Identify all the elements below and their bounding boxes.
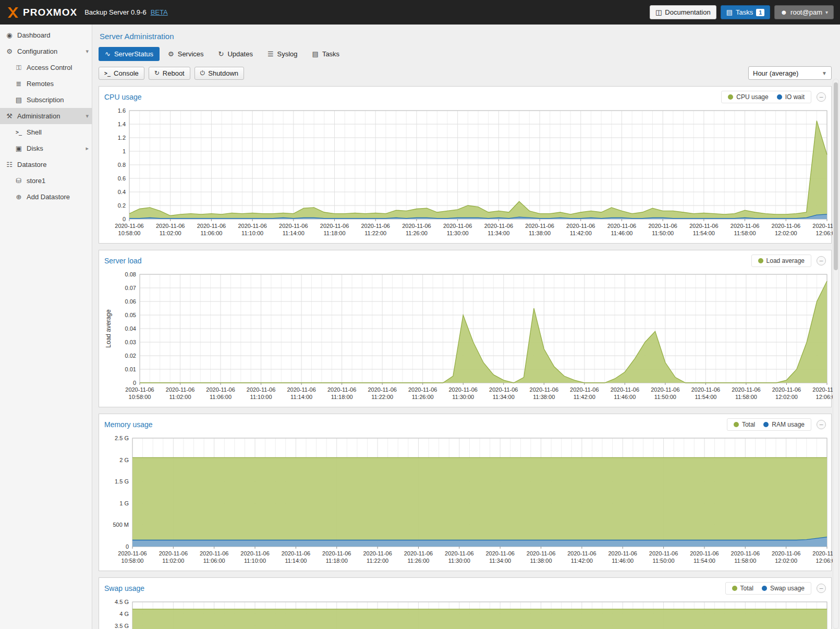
sidebar-item-datastore[interactable]: ☷Datastore bbox=[0, 156, 92, 173]
sidebar-item-add-datastore[interactable]: ⊕Add Datastore bbox=[0, 189, 92, 205]
sidebar-item-label: store1 bbox=[27, 177, 45, 185]
svg-text:11:02:00: 11:02:00 bbox=[160, 230, 181, 236]
collapse-panel-button[interactable]: – bbox=[817, 420, 826, 429]
memory-usage-plot: 0500 M1 G1.5 G2 G2.5 G2020-11-0610:58:00… bbox=[102, 434, 834, 567]
svg-text:11:18:00: 11:18:00 bbox=[326, 558, 348, 564]
svg-text:2020-11-06: 2020-11-06 bbox=[690, 550, 719, 557]
svg-text:11:22:00: 11:22:00 bbox=[371, 394, 393, 400]
chevron-down-icon[interactable]: ▾ bbox=[86, 113, 89, 119]
sidebar-item-disks[interactable]: ▣Disks▸ bbox=[0, 140, 92, 156]
database-icon: ⛁ bbox=[15, 177, 23, 185]
svg-text:0.08: 0.08 bbox=[125, 271, 136, 277]
svg-text:12:06:00: 12:06:00 bbox=[816, 558, 834, 564]
chevron-down-icon: ▾ bbox=[825, 9, 828, 15]
tab-updates[interactable]: ↻Updates bbox=[212, 47, 259, 61]
svg-text:1 G: 1 G bbox=[119, 500, 129, 506]
svg-text:2.5 G: 2.5 G bbox=[115, 435, 129, 441]
scrollbar-thumb[interactable] bbox=[834, 82, 838, 270]
time-range-select[interactable]: Hour (average) ▼ bbox=[748, 66, 832, 80]
svg-text:2020-11-06: 2020-11-06 bbox=[608, 550, 637, 557]
tab-label: Services bbox=[178, 50, 204, 58]
svg-text:11:46:00: 11:46:00 bbox=[612, 558, 634, 564]
sidebar-item-access-control[interactable]: ⚿Access Control bbox=[0, 59, 92, 76]
shutdown-button[interactable]: ⏻Shutdown bbox=[194, 67, 244, 80]
sidebar-item-shell[interactable]: >_Shell bbox=[0, 124, 92, 140]
svg-text:10:58:00: 10:58:00 bbox=[129, 394, 151, 400]
svg-text:2020-11-06: 2020-11-06 bbox=[570, 386, 599, 393]
tasks-button[interactable]: ▤ Tasks 1 bbox=[721, 5, 771, 19]
tab-bar: ∿ServerStatus⚙Services↻Updates☰Syslog▤Ta… bbox=[99, 47, 832, 61]
server-load-plot: 00.010.020.030.040.050.060.070.082020-11… bbox=[102, 270, 834, 404]
svg-text:2020-11-06: 2020-11-06 bbox=[607, 223, 636, 229]
tab-syslog[interactable]: ☰Syslog bbox=[261, 47, 304, 61]
key-icon: ⚿ bbox=[15, 64, 23, 72]
user-menu-button[interactable]: ☻ root@pam ▾ bbox=[774, 5, 834, 19]
console-button[interactable]: >_Console bbox=[99, 67, 144, 80]
legend-dot bbox=[734, 422, 739, 427]
svg-text:Load average: Load average bbox=[105, 309, 112, 348]
sidebar-item-remotes[interactable]: ≣Remotes bbox=[0, 76, 92, 92]
legend-label: Swap usage bbox=[770, 585, 805, 592]
svg-text:4.5 G: 4.5 G bbox=[115, 599, 129, 605]
sidebar-item-label: Dashboard bbox=[17, 31, 51, 39]
svg-text:11:46:00: 11:46:00 bbox=[614, 394, 636, 400]
svg-text:2020-11-06: 2020-11-06 bbox=[327, 386, 356, 393]
chevron-right-icon[interactable]: ▸ bbox=[86, 145, 89, 152]
svg-text:2020-11-06: 2020-11-06 bbox=[489, 386, 518, 393]
tasks-list-icon: ▤ bbox=[726, 8, 733, 16]
cpu-usage-chart: 00.20.40.60.811.21.41.62020-11-0610:58:0… bbox=[99, 106, 831, 243]
list-icon: ☰ bbox=[267, 50, 274, 58]
svg-text:2020-11-06: 2020-11-06 bbox=[240, 550, 269, 557]
sidebar-item-administration[interactable]: ⚒Administration▾ bbox=[0, 108, 92, 124]
documentation-button[interactable]: ◫ Documentation bbox=[650, 5, 716, 19]
tab-serverstatus[interactable]: ∿ServerStatus bbox=[99, 47, 160, 61]
svg-text:11:50:00: 11:50:00 bbox=[654, 394, 676, 400]
svg-text:11:18:00: 11:18:00 bbox=[324, 230, 346, 236]
legend-item: CPU usage bbox=[728, 93, 768, 101]
collapse-panel-button[interactable]: – bbox=[817, 256, 826, 265]
svg-text:11:10:00: 11:10:00 bbox=[244, 558, 266, 564]
svg-text:11:22:00: 11:22:00 bbox=[367, 558, 388, 564]
svg-text:0.03: 0.03 bbox=[125, 339, 136, 345]
svg-text:2020-11-06: 2020-11-06 bbox=[322, 550, 351, 557]
chevron-down-icon[interactable]: ▾ bbox=[86, 48, 89, 55]
svg-text:10:58:00: 10:58:00 bbox=[118, 230, 141, 236]
sidebar-item-label: Datastore bbox=[17, 161, 46, 168]
svg-text:1.4: 1.4 bbox=[118, 121, 126, 127]
sidebar-item-store1[interactable]: ⛁store1 bbox=[0, 173, 92, 189]
svg-text:11:42:00: 11:42:00 bbox=[570, 230, 592, 236]
svg-text:2020-11-06: 2020-11-06 bbox=[200, 550, 228, 557]
svg-text:11:46:00: 11:46:00 bbox=[611, 230, 632, 236]
svg-text:4 G: 4 G bbox=[119, 611, 129, 617]
tab-services[interactable]: ⚙Services bbox=[162, 47, 210, 61]
reboot-button[interactable]: ↻Reboot bbox=[149, 67, 190, 80]
panel-title: Server load bbox=[104, 257, 142, 265]
svg-text:1.6: 1.6 bbox=[118, 107, 126, 114]
svg-text:11:10:00: 11:10:00 bbox=[241, 230, 263, 236]
collapse-panel-button[interactable]: – bbox=[817, 584, 826, 593]
disk-icon: ▣ bbox=[15, 144, 23, 152]
content-scrollbar[interactable] bbox=[833, 79, 839, 629]
sidebar-item-subscription[interactable]: ▤Subscription bbox=[0, 92, 92, 108]
legend-dot bbox=[763, 422, 769, 427]
sidebar-item-dashboard[interactable]: ◉Dashboard bbox=[0, 27, 92, 43]
server-load-chart: 00.010.020.030.040.050.060.070.082020-11… bbox=[99, 270, 831, 407]
legend-item: Swap usage bbox=[762, 585, 805, 592]
svg-text:11:22:00: 11:22:00 bbox=[364, 230, 386, 236]
legend-label: RAM usage bbox=[772, 421, 805, 428]
beta-link[interactable]: BETA bbox=[151, 8, 168, 16]
subscription-icon: ▤ bbox=[15, 96, 23, 104]
svg-text:2020-11-06: 2020-11-06 bbox=[812, 550, 834, 557]
svg-text:11:38:00: 11:38:00 bbox=[533, 394, 555, 400]
svg-text:2020-11-06: 2020-11-06 bbox=[812, 223, 834, 229]
svg-text:2020-11-06: 2020-11-06 bbox=[649, 550, 678, 557]
legend-item: Total bbox=[734, 421, 755, 428]
collapse-panel-button[interactable]: – bbox=[817, 92, 826, 102]
svg-text:2020-11-06: 2020-11-06 bbox=[238, 223, 266, 229]
svg-text:11:42:00: 11:42:00 bbox=[574, 394, 595, 400]
tab-tasks[interactable]: ▤Tasks bbox=[306, 47, 346, 61]
svg-text:2020-11-06: 2020-11-06 bbox=[530, 386, 558, 393]
toolbar: >_Console↻Reboot⏻Shutdown Hour (average)… bbox=[99, 66, 832, 80]
sidebar-item-configuration[interactable]: ⚙Configuration▾ bbox=[0, 43, 92, 59]
svg-text:11:58:00: 11:58:00 bbox=[734, 230, 756, 236]
